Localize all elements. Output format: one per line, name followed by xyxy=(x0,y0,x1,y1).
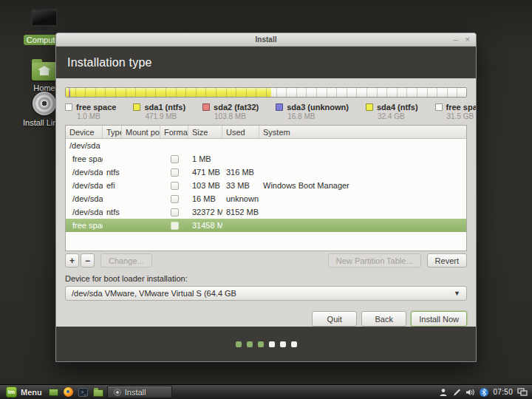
cell-system: Windows Boot Manager xyxy=(259,181,466,190)
files-launcher[interactable] xyxy=(92,386,104,398)
cell-format- xyxy=(160,208,188,216)
window-content: free space1.0 MBsda1 (ntfs)471.9 MBsda2 … xyxy=(56,78,476,327)
clock[interactable]: 07:50 xyxy=(493,388,513,396)
volume-icon[interactable] xyxy=(466,388,475,397)
user-icon[interactable] xyxy=(439,388,448,397)
partition-table[interactable]: DeviceTypeMount pointFormat?SizeUsedSyst… xyxy=(65,125,467,251)
legend-swatch xyxy=(202,103,210,111)
revert-button[interactable]: Revert xyxy=(427,253,467,267)
window-title: Install xyxy=(256,35,277,44)
column-header-system[interactable]: System xyxy=(259,126,466,138)
install-now-button[interactable]: Install Now xyxy=(411,311,467,327)
window-titlebar[interactable]: Install – × xyxy=(56,33,476,47)
table-row[interactable]: /dev/sda xyxy=(66,139,466,152)
legend-swatch xyxy=(133,103,140,111)
column-header-device[interactable]: Device xyxy=(66,126,103,138)
partition-segment-free-space xyxy=(271,88,466,97)
menu-button-label: Menu xyxy=(21,388,42,397)
taskbar-window-button-install[interactable]: Install xyxy=(107,386,172,398)
cell-device: /dev/sda3 xyxy=(66,194,103,203)
chevron-down-icon: ▼ xyxy=(454,290,460,297)
install-window: Install – × Installation type free space… xyxy=(55,33,477,362)
change-button[interactable]: Change... xyxy=(100,253,152,267)
format-checkbox[interactable] xyxy=(171,168,179,177)
bootloader-device-value: /dev/sda VMware, VMware Virtual S (64.4 … xyxy=(72,289,236,298)
quit-button[interactable]: Quit xyxy=(312,311,357,327)
progress-dot-done xyxy=(236,341,242,347)
show-desktop-icon xyxy=(49,389,58,396)
show-desktop-button[interactable] xyxy=(48,386,60,398)
column-header-mount-point[interactable]: Mount point xyxy=(122,126,160,138)
page-title: Installation type xyxy=(67,56,152,69)
minimize-icon[interactable]: – xyxy=(453,35,457,44)
table-row[interactable]: /dev/sda4ntfs32372 MB8152 MB xyxy=(66,205,466,219)
system-tray: 07:50 xyxy=(439,388,529,397)
computer-icon xyxy=(31,9,58,33)
legend-size: 31.5 GB xyxy=(447,112,477,120)
table-row[interactable]: /dev/sda1ntfs471 MB316 MB xyxy=(66,166,466,179)
action-buttons: Quit Back Install Now xyxy=(65,311,467,327)
bootloader-device-select[interactable]: /dev/sda VMware, VMware Virtual S (64.4 … xyxy=(65,286,467,301)
progress-dot-todo xyxy=(280,341,286,347)
legend-size: 471.9 MB xyxy=(145,112,185,120)
cell-used: 316 MB xyxy=(222,168,259,177)
wizard-footer xyxy=(56,327,476,361)
cell-device: free space xyxy=(66,221,103,230)
terminal-launcher[interactable]: >_ xyxy=(78,386,89,398)
cell-used: 33 MB xyxy=(222,181,259,190)
display-switcher-icon[interactable] xyxy=(517,388,528,397)
partition-table-header: DeviceTypeMount pointFormat?SizeUsedSyst… xyxy=(66,126,466,139)
table-row[interactable]: /dev/sda2efi103 MB33 MBWindows Boot Mana… xyxy=(66,179,466,192)
cell-size: 16 MB xyxy=(188,194,222,203)
cell-format- xyxy=(160,222,188,230)
format-checkbox[interactable] xyxy=(171,155,179,163)
table-row[interactable]: /dev/sda316 MBunknown xyxy=(66,192,466,205)
table-row[interactable]: free space31458 MB xyxy=(66,219,466,232)
cell-device: /dev/sda xyxy=(66,141,103,150)
remove-partition-button[interactable]: − xyxy=(81,253,95,267)
bootloader-label: Device for boot loader installation: xyxy=(65,274,467,283)
cell-size: 471 MB xyxy=(188,168,222,177)
legend-item: sda4 (ntfs)32.4 GB xyxy=(366,103,418,120)
legend-size: 32.4 GB xyxy=(378,112,418,120)
legend-item: sda2 (fat32)103.8 MB xyxy=(202,103,259,120)
column-header-size[interactable]: Size xyxy=(188,126,222,138)
format-checkbox[interactable] xyxy=(171,195,179,203)
column-header-used[interactable]: Used xyxy=(222,126,259,138)
firefox-launcher[interactable] xyxy=(63,386,75,398)
progress-dots xyxy=(236,341,297,347)
menu-button[interactable]: lm Menu xyxy=(3,385,45,399)
legend-item: sda3 (unknown)16.8 MB xyxy=(276,103,349,120)
format-checkbox[interactable] xyxy=(171,222,179,230)
partition-toolbar: + − Change... New Partition Table... Rev… xyxy=(65,253,467,267)
cell-size: 1 MB xyxy=(188,154,222,163)
progress-dot-todo xyxy=(291,341,297,347)
pen-icon[interactable] xyxy=(452,388,461,397)
format-checkbox[interactable] xyxy=(171,208,179,216)
legend-label: sda2 (fat32) xyxy=(214,103,259,112)
firefox-icon xyxy=(64,387,73,397)
bluetooth-icon[interactable] xyxy=(480,388,488,397)
cell-type: efi xyxy=(103,181,122,190)
legend-label: free space xyxy=(76,103,116,112)
cell-format- xyxy=(160,155,188,163)
legend-item: sda1 (ntfs)471.9 MB xyxy=(133,103,185,120)
cd-disc-icon xyxy=(33,92,56,115)
column-header-type[interactable]: Type xyxy=(103,126,122,138)
legend-size: 16.8 MB xyxy=(287,112,349,120)
table-row[interactable]: free space1 MB xyxy=(66,152,466,166)
partition-segment-sda4 xyxy=(70,88,271,97)
column-header-format-[interactable]: Format? xyxy=(160,126,188,138)
mint-logo-icon: lm xyxy=(6,386,17,398)
partition-table-body: /dev/sdafree space1 MB/dev/sda1ntfs471 M… xyxy=(66,139,466,232)
taskbar-window-label: Install xyxy=(125,388,146,397)
partition-legend: free space1.0 MBsda1 (ntfs)471.9 MBsda2 … xyxy=(65,103,467,120)
format-checkbox[interactable] xyxy=(171,182,179,190)
back-button[interactable]: Back xyxy=(361,311,406,327)
legend-swatch xyxy=(366,103,373,111)
cell-used: unknown xyxy=(222,194,259,203)
add-partition-button[interactable]: + xyxy=(65,253,79,267)
new-partition-table-button[interactable]: New Partition Table... xyxy=(328,253,421,267)
cell-used: 8152 MB xyxy=(222,208,259,216)
close-icon[interactable]: × xyxy=(466,35,470,44)
